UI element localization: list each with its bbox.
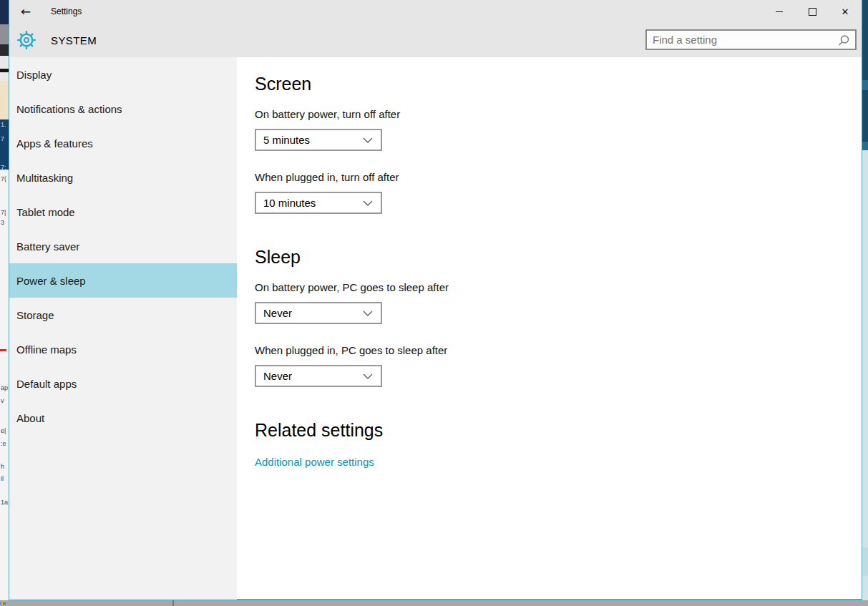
sidebar-item-label: Default apps [16,378,77,390]
sidebar-item-label: About [16,412,44,424]
bg-text-fragment: il [1,476,4,482]
desktop-screen: 1. 7 7: 7( 7| 3 ap v e| :e h il 1a ← [0,0,868,606]
back-button[interactable]: ← [9,0,42,23]
back-arrow-icon: ← [21,4,31,19]
dropdown-pluggedin-sleep[interactable]: Never [255,365,382,387]
dropdown-value: 5 minutes [263,134,310,146]
sidebar-item-apps-features[interactable]: Apps & features [9,126,237,160]
chevron-down-icon [363,373,373,380]
bg-divider [172,600,174,606]
sidebar-item-label: Power & sleep [16,275,86,287]
settings-window: ← Settings ✕ [9,0,862,600]
field-label-pluggedin-screen-off: When plugged in, turn off after [255,171,399,184]
sidebar-item-about[interactable]: About [9,401,237,435]
bg-text-fragment: 7( [1,176,6,182]
bg-text-fragment: 3 [1,220,4,226]
additional-power-settings-link[interactable]: Additional power settings [255,456,374,468]
window-title: Settings [51,0,82,23]
dropdown-pluggedin-screen-off[interactable]: 10 minutes [255,192,382,214]
bg-text-fragment: e| [1,428,6,434]
sidebar-item-label: Apps & features [16,137,93,150]
chevron-down-icon [363,137,373,144]
background-bottom-sliver [0,600,868,606]
sidebar-item-tablet-mode[interactable]: Tablet mode [9,195,237,229]
search-input[interactable] [647,31,855,49]
chevron-down-icon [363,310,373,317]
sidebar-item-default-apps[interactable]: Default apps [9,366,237,401]
bg-block [862,0,868,150]
sidebar-item-label: Offline maps [16,343,77,356]
maximize-icon [809,8,816,16]
section-heading-screen: Screen [255,72,311,95]
sidebar-item-label: Multitasking [16,172,73,184]
bg-text-fragment: 7 [1,136,4,142]
bg-text-fragment: ap [1,385,8,391]
background-window-right-sliver [862,0,868,606]
sidebar-item-label: Notifications & actions [16,103,122,115]
sidebar-item-storage[interactable]: Storage [9,298,237,332]
sidebar-item-battery-saver[interactable]: Battery saver [9,229,237,263]
bg-block [862,80,868,90]
chevron-down-icon [363,200,373,207]
titlebar: ← Settings ✕ [9,0,862,23]
close-icon: ✕ [842,6,849,17]
bg-block [0,72,9,81]
search-icon [837,34,851,48]
bg-block [0,56,9,69]
sidebar-item-power-sleep[interactable]: Power & sleep [9,263,237,298]
bg-text-fragment: 1. [1,122,6,128]
bg-text-fragment: v [1,398,4,404]
bg-block [862,142,868,150]
field-label-battery-sleep: On battery power, PC goes to sleep after [255,281,449,294]
section-heading-sleep: Sleep [255,245,301,268]
maximize-button[interactable] [796,0,829,23]
bg-text-fragment: h [1,464,4,470]
field-label-battery-screen-off: On battery power, turn off after [255,108,400,121]
close-button[interactable]: ✕ [829,0,862,23]
section-heading-related-settings: Related settings [255,419,383,441]
background-window-left-sliver: 1. 7 7: 7( 7| 3 ap v e| :e h il 1a [0,0,9,606]
bg-taskbar-icon-sliver [4,602,6,605]
sidebar-item-label: Display [16,69,52,81]
minimize-icon [776,11,783,12]
bg-block [862,547,868,576]
sidebar-item-multitasking[interactable]: Multitasking [9,160,237,195]
dropdown-value: 10 minutes [263,197,316,209]
sidebar-item-display[interactable]: Display [9,57,237,92]
main-content: Screen On battery power, turn off after … [237,57,862,599]
bg-block [0,44,9,56]
gear-icon [15,29,38,52]
search-box [645,29,857,50]
bg-text-fragment: 7| [1,210,6,216]
bg-text-fragment: :e [1,441,6,447]
dropdown-battery-sleep[interactable]: Never [255,302,382,324]
bg-block [0,349,6,351]
sidebar-item-label: Tablet mode [16,206,75,218]
dropdown-value: Never [263,307,292,319]
field-label-pluggedin-sleep: When plugged in, PC goes to sleep after [255,344,447,357]
dropdown-battery-screen-off[interactable]: 5 minutes [255,129,382,151]
page-title: SYSTEM [51,23,97,57]
sidebar-item-label: Storage [16,309,54,321]
sidebar-item-offline-maps[interactable]: Offline maps [9,332,237,366]
dropdown-value: Never [263,370,292,382]
bg-text-fragment: 1a [1,499,8,506]
sidebar-item-label: Battery saver [16,240,79,253]
window-controls: ✕ [763,0,862,23]
bg-block [0,0,9,24]
bg-block [0,81,9,119]
minimize-button[interactable] [763,0,796,23]
sidebar: Display Notifications & actions Apps & f… [9,57,237,600]
sidebar-item-notifications-actions[interactable]: Notifications & actions [9,92,237,126]
bg-text-fragment: 7: [1,165,6,171]
bg-block [0,24,9,44]
